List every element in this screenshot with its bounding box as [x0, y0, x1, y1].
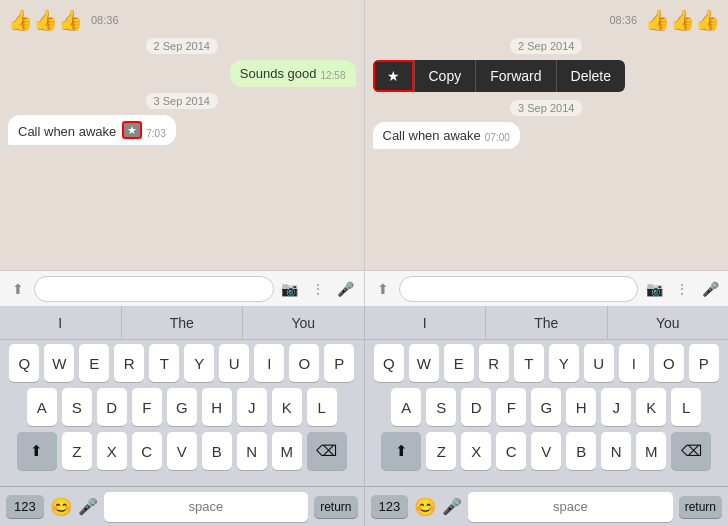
key-o2[interactable]: O: [654, 344, 684, 382]
left-colon-btn[interactable]: ⋮: [306, 277, 330, 301]
key-c2[interactable]: C: [496, 432, 526, 470]
right-suggest-you[interactable]: You: [608, 306, 729, 339]
left-emoji-btn[interactable]: 😊: [50, 496, 72, 518]
key-b2[interactable]: B: [566, 432, 596, 470]
right-timestamp1: 08:36: [609, 14, 637, 26]
key-k2[interactable]: K: [636, 388, 666, 426]
key-u2[interactable]: U: [584, 344, 614, 382]
key-m[interactable]: M: [272, 432, 302, 470]
left-screen: 👍👍👍 08:36 2 Sep 2014 Sounds good 12:58 3…: [0, 0, 365, 306]
key-y2[interactable]: Y: [549, 344, 579, 382]
key-f2[interactable]: F: [496, 388, 526, 426]
key-e2[interactable]: E: [444, 344, 474, 382]
key-g[interactable]: G: [167, 388, 197, 426]
right-word-suggestions: I The You: [365, 306, 729, 340]
key-i[interactable]: I: [254, 344, 284, 382]
right-mic-btn2[interactable]: 🎤: [442, 497, 462, 516]
key-a[interactable]: A: [27, 388, 57, 426]
key-s[interactable]: S: [62, 388, 92, 426]
left-suggest-the[interactable]: The: [122, 306, 244, 339]
key-delete-left[interactable]: ⌫: [307, 432, 347, 470]
key-n2[interactable]: N: [601, 432, 631, 470]
key-t2[interactable]: T: [514, 344, 544, 382]
key-r[interactable]: R: [114, 344, 144, 382]
key-d[interactable]: D: [97, 388, 127, 426]
right-suggest-the[interactable]: The: [486, 306, 608, 339]
key-l2[interactable]: L: [671, 388, 701, 426]
key-i2[interactable]: I: [619, 344, 649, 382]
key-j[interactable]: J: [237, 388, 267, 426]
key-l[interactable]: L: [307, 388, 337, 426]
key-e[interactable]: E: [79, 344, 109, 382]
right-text-input[interactable]: [399, 276, 639, 302]
context-menu-forward[interactable]: Forward: [475, 60, 555, 92]
key-o[interactable]: O: [289, 344, 319, 382]
key-u[interactable]: U: [219, 344, 249, 382]
right-mic-btn[interactable]: 🎤: [698, 277, 722, 301]
right-suggest-i[interactable]: I: [365, 306, 487, 339]
key-h2[interactable]: H: [566, 388, 596, 426]
key-g2[interactable]: G: [531, 388, 561, 426]
key-f[interactable]: F: [132, 388, 162, 426]
right-return-btn[interactable]: return: [679, 496, 722, 518]
left-date-sep1: 2 Sep 2014: [146, 38, 218, 54]
key-w2[interactable]: W: [409, 344, 439, 382]
key-m2[interactable]: M: [636, 432, 666, 470]
right-date-sep2: 3 Sep 2014: [510, 100, 582, 116]
left-suggest-you[interactable]: You: [243, 306, 364, 339]
key-x2[interactable]: X: [461, 432, 491, 470]
context-menu-delete[interactable]: Delete: [556, 60, 625, 92]
left-num-btn[interactable]: 123: [6, 495, 44, 518]
right-up-btn[interactable]: ⬆: [371, 277, 395, 301]
left-suggest-i[interactable]: I: [0, 306, 122, 339]
right-emoji-btn[interactable]: 😊: [414, 496, 436, 518]
key-n[interactable]: N: [237, 432, 267, 470]
key-w[interactable]: W: [44, 344, 74, 382]
right-key-row-2: A S D F G H J K L: [368, 388, 726, 426]
key-shift-right[interactable]: ⬆: [381, 432, 421, 470]
key-p[interactable]: P: [324, 344, 354, 382]
key-k[interactable]: K: [272, 388, 302, 426]
key-s2[interactable]: S: [426, 388, 456, 426]
context-menu: ★ Copy Forward Delete: [373, 60, 626, 92]
key-r2[interactable]: R: [479, 344, 509, 382]
context-menu-copy[interactable]: Copy: [414, 60, 476, 92]
key-z2[interactable]: Z: [426, 432, 456, 470]
left-mic-btn2[interactable]: 🎤: [78, 497, 98, 516]
key-y[interactable]: Y: [184, 344, 214, 382]
left-mic-btn[interactable]: 🎤: [334, 277, 358, 301]
key-v2[interactable]: V: [531, 432, 561, 470]
left-return-btn[interactable]: return: [314, 496, 357, 518]
key-b[interactable]: B: [202, 432, 232, 470]
key-q2[interactable]: Q: [374, 344, 404, 382]
left-up-btn[interactable]: ⬆: [6, 277, 30, 301]
key-h[interactable]: H: [202, 388, 232, 426]
key-j2[interactable]: J: [601, 388, 631, 426]
left-bubble-sounds-good: Sounds good 12:58: [230, 60, 356, 87]
right-space-btn[interactable]: space: [468, 492, 672, 522]
right-input-toolbar: ⬆ 📷 ⋮ 🎤: [365, 270, 729, 306]
key-q[interactable]: Q: [9, 344, 39, 382]
key-a2[interactable]: A: [391, 388, 421, 426]
key-p2[interactable]: P: [689, 344, 719, 382]
left-bubble-time2: 7:03: [146, 128, 165, 139]
key-t[interactable]: T: [149, 344, 179, 382]
right-colon-btn[interactable]: ⋮: [670, 277, 694, 301]
left-camera-btn[interactable]: 📷: [278, 277, 302, 301]
key-d2[interactable]: D: [461, 388, 491, 426]
left-space-btn[interactable]: space: [104, 492, 308, 522]
right-num-btn[interactable]: 123: [371, 495, 409, 518]
right-bottom-bar: 123 😊 🎤 space return: [365, 486, 729, 526]
context-menu-star[interactable]: ★: [373, 60, 414, 92]
key-x[interactable]: X: [97, 432, 127, 470]
star-icon[interactable]: ★: [122, 121, 142, 139]
left-bottom-bar: 123 😊 🎤 space return: [0, 486, 364, 526]
key-delete-right[interactable]: ⌫: [671, 432, 711, 470]
key-z[interactable]: Z: [62, 432, 92, 470]
key-v[interactable]: V: [167, 432, 197, 470]
right-keyboard-half: I The You Q W E R T Y U I O P A: [365, 306, 729, 526]
key-c[interactable]: C: [132, 432, 162, 470]
left-text-input[interactable]: [34, 276, 274, 302]
right-camera-btn[interactable]: 📷: [642, 277, 666, 301]
key-shift-left[interactable]: ⬆: [17, 432, 57, 470]
